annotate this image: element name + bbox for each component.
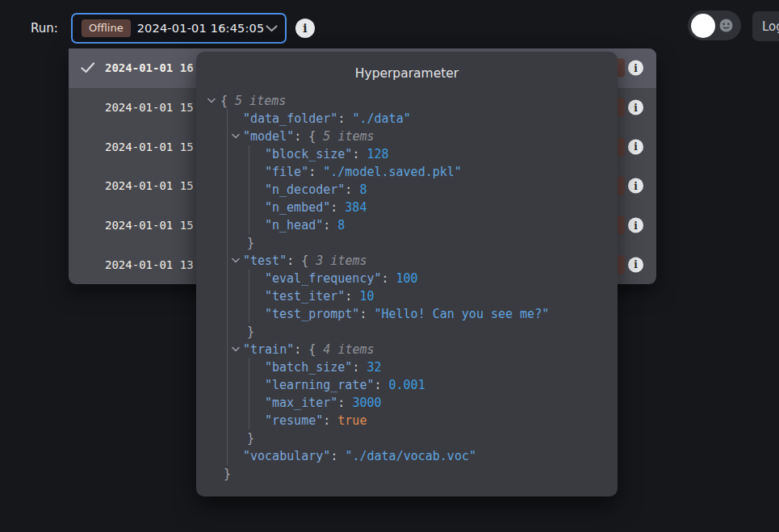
caret-down-icon[interactable] — [232, 258, 240, 263]
chevron-down-icon — [266, 25, 278, 32]
json-line: "test_prompt": "Hello! Can you see me?" — [249, 305, 618, 323]
json-line: "max_iter": 3000 — [249, 394, 618, 412]
json-line: "block_size": 128 — [249, 145, 618, 163]
json-line: } — [196, 465, 618, 483]
run-info-icon[interactable]: i — [628, 218, 643, 233]
run-info-icon[interactable]: i — [628, 178, 643, 194]
json-line: "file": "./model.saved.pkl" — [249, 163, 618, 181]
caret-down-icon[interactable] — [207, 98, 216, 103]
run-timestamp: 2024-01-01 15 — [105, 219, 194, 232]
offline-badge: Offline — [82, 19, 131, 38]
popup-title: Hyperparameter — [196, 66, 618, 81]
json-line: "n_embed": 384 — [249, 199, 618, 216]
topbar: Run: Offline 2024-01-01 16:45:05 i Log — [0, 0, 779, 48]
run-timestamp: 2024-01-01 15 — [105, 179, 194, 192]
run-timestamp: 2024-01-01 15 — [105, 101, 194, 114]
json-line: "eval_frequency": 100 — [249, 270, 618, 287]
run-info-icon[interactable]: i — [628, 61, 643, 76]
theme-toggle[interactable] — [688, 10, 741, 40]
json-line: } — [228, 323, 618, 341]
selected-run-value: 2024-01-01 16:45:05 — [137, 22, 265, 35]
json-line: } — [228, 429, 618, 447]
log-button[interactable]: Log — [752, 11, 779, 41]
json-line: "model": { 5 items — [228, 128, 618, 145]
json-line: } — [228, 234, 618, 252]
json-line: "vocabulary": "./data/vocab.voc" — [228, 447, 618, 465]
run-info-icon[interactable]: i — [628, 257, 643, 272]
json-line: "test_iter": 10 — [249, 287, 618, 305]
check-icon — [81, 62, 97, 73]
json-line: "n_head": 8 — [249, 216, 618, 234]
run-select-dropdown[interactable]: Offline 2024-01-01 16:45:05 — [71, 13, 287, 44]
smiley-face-icon — [719, 19, 733, 32]
run-timestamp: 2024-01-01 16 — [105, 61, 194, 74]
hyperparameter-json-tree: { 5 items"data_folder": "./data""model":… — [196, 92, 618, 483]
json-line: "test": { 3 items — [228, 252, 618, 270]
json-line: "n_decoder": 8 — [249, 181, 618, 199]
json-line: "resume": true — [249, 412, 618, 429]
json-line: "batch_size": 32 — [249, 358, 618, 376]
json-line: "data_folder": "./data" — [228, 110, 618, 128]
run-info-icon[interactable]: i — [628, 139, 643, 154]
run-info-icon[interactable]: i — [295, 19, 315, 38]
run-info-icon[interactable]: i — [628, 100, 643, 115]
json-line: { 5 items — [196, 92, 618, 110]
caret-down-icon[interactable] — [232, 133, 240, 139]
caret-down-icon[interactable] — [232, 346, 240, 352]
run-timestamp: 2024-01-01 13 — [105, 258, 194, 271]
run-label: Run: — [31, 21, 58, 36]
run-timestamp: 2024-01-01 15 — [105, 140, 194, 153]
toggle-knob[interactable] — [691, 14, 715, 38]
hyperparameter-popup: Hyperparameter { 5 items"data_folder": "… — [196, 52, 618, 496]
json-line: "train": { 4 items — [228, 341, 618, 358]
json-line: "learning_rate": 0.001 — [249, 376, 618, 394]
